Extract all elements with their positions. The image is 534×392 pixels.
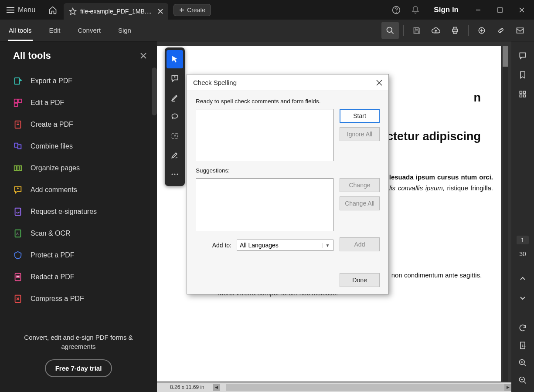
close-window-button[interactable] [512, 1, 532, 19]
free-trial-button[interactable]: Free 7-day trial [45, 359, 112, 377]
title-bar: Menu file-example_PDF_1MB.... Create Sig… [0, 0, 534, 20]
document-tab[interactable]: file-example_PDF_1MB.... [64, 3, 168, 20]
sidebar-item-create-a-pdf[interactable]: Create a PDF [13, 114, 157, 135]
svg-rect-24 [18, 99, 21, 102]
tab-title: file-example_PDF_1MB.... [80, 8, 153, 15]
tab-all-tools[interactable]: All tools [0, 20, 41, 41]
link-button[interactable] [492, 22, 510, 39]
current-page[interactable]: 1 [517, 236, 529, 244]
svg-point-46 [172, 174, 173, 175]
print-icon [451, 26, 459, 35]
help-button[interactable] [388, 1, 405, 19]
dialog-title: Check Spelling [193, 79, 237, 86]
heading-fragment: n ctetur adipiscing [387, 91, 481, 143]
prev-page-button[interactable] [514, 270, 531, 287]
sidebar-close-button[interactable] [140, 53, 146, 59]
sidebar-item-organize-pages[interactable]: Organize pages [13, 157, 157, 179]
sidebar-item-export-a-pdf[interactable]: Export a PDF [13, 70, 157, 92]
email-button[interactable] [511, 22, 529, 39]
ignore-all-button[interactable]: Ignore All [340, 127, 380, 141]
sidebar-item-label: Protect a PDF [31, 251, 74, 259]
svg-rect-31 [20, 166, 22, 171]
language-value: All Languages [240, 242, 279, 249]
grid-icon [518, 90, 527, 98]
tool-icon [13, 185, 23, 195]
add-button[interactable]: Add [340, 237, 380, 251]
rotate-button[interactable] [514, 320, 531, 336]
dialog-titlebar[interactable]: Check Spelling [187, 74, 388, 91]
hscroll-right[interactable]: ▶ [504, 384, 511, 391]
footer-text: Convert, edit and e-sign PDF forms & agr… [10, 333, 146, 352]
ai-button[interactable] [473, 22, 490, 39]
svg-point-48 [177, 174, 178, 175]
sidebar-item-label: Edit a PDF [31, 99, 64, 107]
sidebar-item-protect-a-pdf[interactable]: Protect a PDF [13, 244, 157, 266]
select-tool[interactable] [167, 50, 183, 68]
dialog-close-button[interactable] [376, 80, 382, 86]
search-icon [386, 26, 395, 35]
hscroll-left[interactable]: ◀ [213, 384, 220, 391]
quick-tools: A [165, 47, 185, 186]
tool-tabs: All tools Edit Convert Sign [0, 20, 140, 41]
done-button[interactable]: Done [340, 273, 380, 287]
sidebar-item-scan-ocr[interactable]: AScan & OCR [13, 223, 157, 244]
language-select[interactable]: All Languages ▼ [237, 240, 333, 251]
thumbnails-button[interactable] [514, 86, 531, 102]
print-button[interactable] [446, 22, 464, 39]
bookmarks-button[interactable] [514, 67, 531, 83]
sign-tool[interactable] [167, 146, 183, 164]
notifications-button[interactable] [407, 1, 424, 19]
more-tools[interactable] [167, 165, 183, 183]
zoom-out-button[interactable] [514, 372, 531, 389]
home-button[interactable] [42, 0, 64, 20]
sidebar-item-redact-a-pdf[interactable]: Redact a PDF [13, 266, 157, 288]
word-box[interactable] [196, 109, 333, 161]
page-display-button[interactable]: 1:1 [514, 337, 531, 354]
sidebar-item-edit-a-pdf[interactable]: Edit a PDF [13, 92, 157, 114]
sidebar-scrollbar[interactable] [152, 68, 157, 115]
save-button[interactable] [408, 22, 425, 39]
sidebar-item-label: Organize pages [31, 164, 80, 172]
divider [468, 25, 469, 36]
signin-button[interactable]: Sign in [426, 6, 466, 14]
pen-icon [170, 151, 179, 159]
chevron-down-icon [519, 294, 526, 301]
tab-sign[interactable]: Sign [109, 20, 140, 41]
sidebar-item-compress-a-pdf[interactable]: Compress a PDF [13, 288, 157, 310]
next-page-button[interactable] [514, 290, 531, 306]
sidebar-item-request-e-signatures[interactable]: Request e-signatures [13, 201, 157, 223]
textbox-tool[interactable]: A [167, 127, 183, 145]
bell-icon [411, 6, 420, 14]
tool-icon [13, 76, 23, 86]
cloud-button[interactable] [427, 22, 445, 39]
comments-panel-button[interactable] [514, 47, 531, 64]
svg-point-11 [387, 27, 392, 32]
create-button[interactable]: Create [173, 4, 211, 16]
change-all-button[interactable]: Change All [340, 196, 380, 210]
sidebar-item-add-comments[interactable]: Add comments [13, 179, 157, 201]
zoom-in-button[interactable] [514, 355, 531, 371]
maximize-button[interactable] [490, 1, 510, 19]
search-button[interactable] [381, 22, 399, 39]
scroll-thumb[interactable] [503, 46, 508, 67]
suggestions-box[interactable] [196, 178, 333, 231]
ready-label: Ready to spell check comments and form f… [196, 98, 380, 105]
cursor-icon [170, 55, 179, 64]
maximize-icon [497, 7, 503, 13]
horizontal-scrollbar[interactable] [226, 384, 504, 391]
change-button[interactable]: Change [340, 178, 380, 192]
sidebar-item-label: Compress a PDF [31, 295, 84, 303]
tab-close-button[interactable] [156, 7, 165, 16]
tab-edit[interactable]: Edit [41, 20, 69, 41]
tab-convert[interactable]: Convert [69, 20, 109, 41]
comment-tool[interactable] [167, 69, 183, 88]
status-bar: 8.26 x 11.69 in ◀ ▶ [157, 382, 511, 392]
start-button[interactable]: Start [340, 109, 380, 123]
highlight-tool[interactable] [167, 88, 183, 107]
tool-icon [13, 142, 23, 151]
sidebar-item-combine-files[interactable]: Combine files [13, 135, 157, 157]
vertical-scrollbar[interactable] [503, 46, 508, 382]
minimize-button[interactable] [468, 1, 488, 19]
draw-tool[interactable] [167, 108, 183, 126]
menu-button[interactable]: Menu [0, 0, 42, 20]
